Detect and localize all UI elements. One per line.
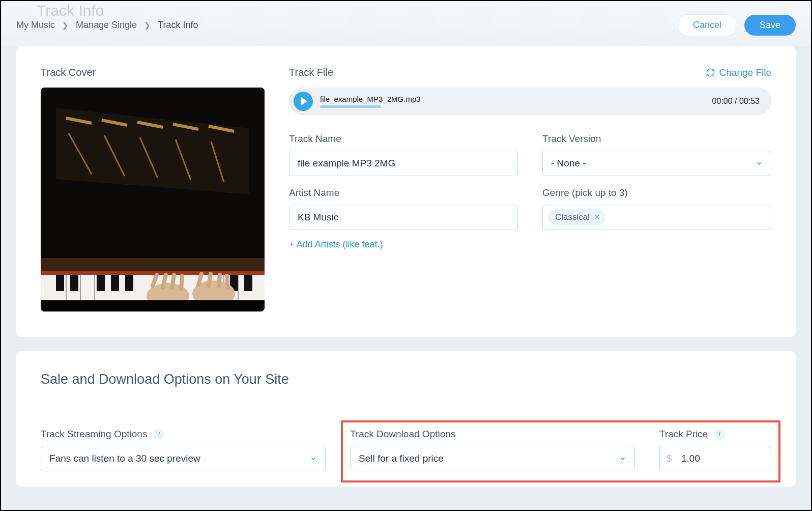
breadcrumb-current: Track Info [158,20,198,31]
refresh-icon [706,68,715,77]
svg-rect-4 [56,275,64,291]
chevron-down-icon [619,455,626,462]
player-time: 00:00 / 00:53 [712,97,760,106]
highlighted-region: Track Download Options Sell for a fixed … [341,420,780,482]
download-options-select[interactable]: Sell for a fixed price [350,446,635,471]
svg-rect-8 [125,275,133,291]
chevron-down-icon [756,160,763,167]
change-file-label: Change File [719,67,771,78]
player-file-name: file_example_MP3_2MG.mp3 [320,95,705,103]
save-button[interactable]: Save [744,15,796,36]
add-artists-link[interactable]: + Add Artists (like feat.) [289,239,518,250]
svg-rect-18 [41,300,265,311]
track-name-label: Track Name [289,133,518,145]
change-file-button[interactable]: Change File [706,67,771,78]
download-options-value: Sell for a fixed price [359,453,444,464]
dollar-icon: $ [666,453,672,464]
remove-tag-icon[interactable]: ✕ [594,213,600,222]
streaming-options-label: Track Streaming Options [41,429,147,440]
chevron-down-icon [310,455,317,462]
download-options-label: Track Download Options [350,429,635,440]
genre-label: Genre (pick up to 3) [542,187,771,198]
svg-rect-2 [41,271,265,275]
info-icon[interactable]: i [153,429,164,440]
faded-page-title: Track Info [37,2,104,19]
track-version-label: Track Version [542,133,771,145]
track-file-label: Track File [289,67,333,78]
breadcrumb-manage-single[interactable]: Manage Single [76,20,137,31]
streaming-options-select[interactable]: Fans can listen to a 30 sec preview [41,446,326,471]
genre-tag-classical: Classical ✕ [548,209,605,225]
svg-rect-1 [41,258,265,271]
track-name-input[interactable] [289,151,518,176]
artist-name-input[interactable] [289,205,518,230]
breadcrumb-my-music[interactable]: My Music [16,20,55,31]
info-icon[interactable]: i [714,429,725,440]
artist-name-label: Artist Name [289,187,518,198]
track-cover-label: Track Cover [41,67,265,78]
streaming-options-value: Fans can listen to a 30 sec preview [49,453,200,464]
svg-rect-10 [244,275,252,291]
chevron-right-icon: ❯ [144,21,151,30]
chevron-right-icon: ❯ [62,21,69,30]
svg-rect-7 [111,275,119,291]
track-info-card: Track Cover [16,46,796,337]
audio-player: file_example_MP3_2MG.mp3 00:00 / 00:53 [289,88,771,115]
divider [16,408,796,408]
genre-tag-label: Classical [555,212,590,222]
play-icon [301,97,307,106]
sale-options-card: Sale and Download Options on Your Site T… [16,351,796,487]
track-price-label: Track Price [659,429,708,440]
svg-rect-6 [97,275,105,291]
genre-tag-input[interactable]: Classical ✕ [542,205,771,230]
track-price-input[interactable] [659,446,771,471]
breadcrumb: My Music ❯ Manage Single ❯ Track Info [16,20,198,31]
play-button[interactable] [294,92,313,111]
track-version-select[interactable]: - None - [542,151,771,176]
track-cover-image[interactable] [41,88,265,311]
cancel-button[interactable]: Cancel [677,14,737,36]
track-version-value: - None - [551,158,586,169]
sale-section-title: Sale and Download Options on Your Site [41,372,771,387]
piano-cover-art [41,88,265,311]
player-progress-bar[interactable] [320,105,381,108]
svg-rect-5 [70,275,78,291]
